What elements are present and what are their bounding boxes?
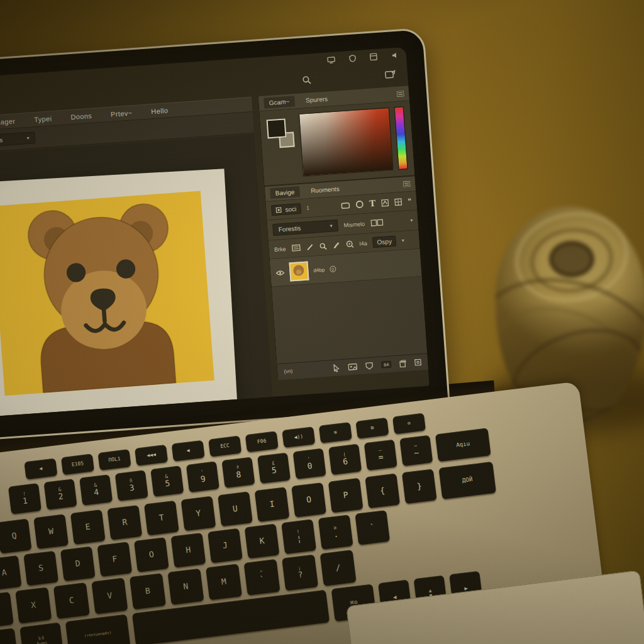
keyboard-key[interactable]: W <box>33 514 69 549</box>
panel-menu-icon[interactable] <box>397 91 404 97</box>
brush-icon[interactable] <box>332 241 340 249</box>
keyboard-key[interactable]: (rentuonads) <box>65 614 131 644</box>
keyboard-key[interactable]: V <box>91 578 128 614</box>
keyboard-key[interactable]: I <box>255 487 290 522</box>
keyboard-key[interactable]: B <box>130 573 166 609</box>
keyboard-key[interactable]: A <box>0 555 21 591</box>
chevron-down-icon[interactable]: ▾ <box>410 218 413 223</box>
keyboard-key[interactable]: u dnnus <box>0 628 18 644</box>
empty-layer-icon[interactable] <box>414 358 422 366</box>
keyboard-key[interactable]: { <box>365 474 400 509</box>
type-tool-icon[interactable]: T <box>369 198 376 209</box>
keyboard-key[interactable]: O <box>291 482 326 518</box>
tab-color[interactable]: Gcam~ <box>264 96 295 108</box>
keyboard-key[interactable]: F06 <box>245 431 279 452</box>
keyboard-key[interactable]: '0 <box>293 448 326 480</box>
keyboard-key[interactable]: M <box>206 564 242 600</box>
keyboard-key[interactable]: Aqıu <box>435 428 491 462</box>
keyboard-key[interactable]: ≥. <box>318 514 353 550</box>
keyboard-key[interactable]: } <box>402 469 437 504</box>
menu-item-3[interactable]: Doons <box>70 112 92 121</box>
menu-item-4[interactable]: Prtev~ <box>111 109 133 118</box>
keyboard-key[interactable]: ◀)) <box>282 426 315 448</box>
quote-tool-icon[interactable]: ” <box>408 196 412 205</box>
osy-dropdown[interactable]: Ospy <box>372 236 396 248</box>
menu-item-2[interactable]: Typei <box>34 114 52 123</box>
layer-thumbnail[interactable] <box>289 261 309 281</box>
keyboard-key[interactable]: Q <box>0 519 31 554</box>
display-icon[interactable] <box>327 56 336 64</box>
keyboard-key[interactable]: ΠOL1 <box>98 449 131 470</box>
menu-item-1[interactable]: Lelager <box>0 117 16 126</box>
mask-icon[interactable] <box>365 362 374 370</box>
zoom-target-icon[interactable] <box>345 240 354 248</box>
zoom-tool-icon[interactable] <box>319 242 327 250</box>
speaker-icon[interactable] <box>391 52 399 60</box>
foreground-swatch[interactable] <box>267 118 287 138</box>
keyboard-key[interactable]: !1 <box>8 483 42 514</box>
menu-item-5[interactable]: Hello <box>151 106 169 115</box>
cursor-icon[interactable] <box>333 364 340 372</box>
window-icon[interactable] <box>370 53 378 61</box>
keyboard-key[interactable]: E105 <box>61 453 94 475</box>
keyboard-key[interactable]: ДОЙ <box>438 462 496 499</box>
canvas-document[interactable] <box>0 169 238 418</box>
windows-pair-icon[interactable] <box>370 219 384 226</box>
keyboard-key[interactable]: !¦ <box>281 519 316 554</box>
keyboard-key[interactable]: H <box>171 533 206 568</box>
keyboard-key[interactable]: k4Sums <box>19 623 64 644</box>
chevron-down-icon[interactable]: ▾ <box>402 238 405 243</box>
keyboard-key[interactable]: Y <box>181 496 216 531</box>
saturation-brightness-field[interactable] <box>299 108 394 177</box>
keyboard-key[interactable]: ⋯~ <box>399 435 433 467</box>
image-icon[interactable] <box>348 363 358 370</box>
shield-icon[interactable] <box>349 54 357 62</box>
keyboard-key[interactable]: ◀ <box>24 458 57 479</box>
keyboard-key[interactable]: &2 <box>44 479 77 510</box>
keyboard-key[interactable]: Z <box>0 592 14 628</box>
eye-icon[interactable] <box>275 270 285 276</box>
search-icon[interactable] <box>302 75 312 85</box>
keyboard-key[interactable]: ⊞ <box>355 418 389 439</box>
fg-bg-swatches[interactable] <box>265 114 298 179</box>
keyboard-key[interactable]: C <box>53 582 90 619</box>
keyboard-key[interactable]: (6 <box>328 444 362 475</box>
keyboard-key[interactable]: ◀◀◀ <box>135 445 168 466</box>
keyboard-key[interactable]: ` <box>355 510 390 545</box>
keyboard-key[interactable]: ≡ <box>319 422 352 443</box>
keyboard-key[interactable]: O <box>134 537 169 572</box>
keyboard-key[interactable]: R <box>107 505 142 540</box>
tab-ruoments[interactable]: Ruoments <box>306 183 345 196</box>
panel-menu-icon[interactable] <box>403 181 411 187</box>
keyboard-key[interactable]: &5 <box>150 465 184 497</box>
pattern-tool-icon[interactable] <box>381 199 389 207</box>
keyboard-key[interactable]: E <box>70 509 106 545</box>
ellipse-tool-icon[interactable] <box>355 200 364 209</box>
pen-icon[interactable] <box>306 243 314 251</box>
keyboard-key[interactable]: ¡? <box>282 554 318 591</box>
tab-swatches[interactable]: Spurers <box>300 93 333 106</box>
forest-dropdown[interactable]: Forestis ▾ <box>272 219 338 236</box>
keyboard-key[interactable]: S <box>23 551 58 586</box>
keyboard-key[interactable]: &4 <box>79 474 113 506</box>
keyboard-key[interactable]: U <box>218 491 253 526</box>
export-icon[interactable] <box>384 69 396 79</box>
keyboard-key[interactable]: K <box>245 524 280 559</box>
tab-bavige[interactable]: Bavige <box>270 186 300 199</box>
rectangle-tool-icon[interactable] <box>341 202 350 209</box>
mode-dropdown[interactable]: Miquna Brros ▾ <box>0 131 35 148</box>
grid-tool-icon[interactable] <box>394 197 402 206</box>
keyboard-key[interactable]: N <box>167 569 204 605</box>
keyboard-key[interactable]: ñ3 <box>115 470 148 501</box>
hue-slider[interactable] <box>394 106 408 170</box>
list-icon[interactable] <box>291 244 301 252</box>
keyboard-key[interactable]: £5 <box>257 452 291 484</box>
keyboard-key[interactable]: D <box>60 547 96 582</box>
keyboard-key[interactable]: T <box>144 501 179 536</box>
keyboard-key[interactable]: —= <box>364 440 397 471</box>
keyboard-key[interactable]: J <box>208 528 243 564</box>
keyboard-key[interactable]: P <box>328 478 364 513</box>
keyboard-key[interactable]: / <box>320 550 357 586</box>
keyboard-key[interactable]: ECC <box>208 436 242 457</box>
keyboard-key[interactable]: ◀ <box>172 440 205 462</box>
